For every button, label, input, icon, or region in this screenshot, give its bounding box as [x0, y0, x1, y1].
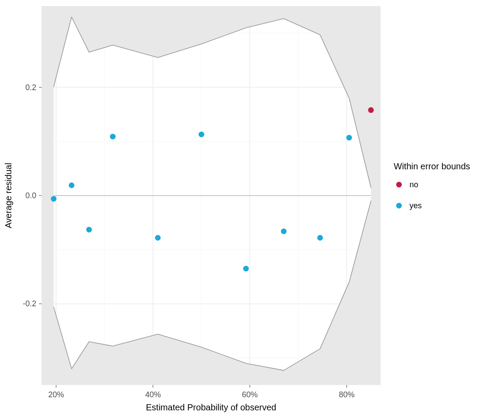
- bounds-shade-left: [42, 6, 54, 385]
- y-tick-label: -0.2: [23, 299, 36, 308]
- x-axis-title: Estimated Probability of observed: [146, 402, 276, 412]
- legend-label-yes: yes: [410, 201, 422, 210]
- data-point-yes: [86, 227, 92, 232]
- legend-title: Within error bounds: [394, 161, 470, 171]
- data-point-yes: [346, 135, 352, 140]
- data-point-no: [368, 107, 374, 113]
- legend-label-no: no: [410, 180, 418, 189]
- data-point-yes: [317, 235, 323, 241]
- x-tick-label: 40%: [145, 390, 161, 399]
- data-point-yes: [281, 228, 287, 234]
- x-tick-label: 80%: [339, 390, 354, 399]
- data-point-yes: [155, 235, 161, 241]
- data-point-yes: [51, 196, 56, 202]
- legend-swatch-no: [396, 182, 402, 188]
- data-point-yes: [243, 266, 249, 272]
- data-point-yes: [199, 132, 204, 137]
- x-tick-label: 60%: [242, 390, 258, 399]
- bounds-shade-right: [371, 6, 381, 385]
- y-tick-label: 0.2: [25, 83, 36, 92]
- chart-container: 20%40%60%80%-0.20.00.2Estimated Probabil…: [0, 0, 504, 420]
- data-point-yes: [110, 134, 116, 140]
- y-tick-label: 0.0: [25, 191, 36, 200]
- legend-swatch-yes: [396, 203, 402, 209]
- data-point-yes: [69, 182, 74, 188]
- chart-svg: 20%40%60%80%-0.20.00.2Estimated Probabil…: [0, 0, 504, 420]
- x-tick-label: 20%: [48, 390, 64, 399]
- y-axis-title: Average residual: [4, 163, 13, 228]
